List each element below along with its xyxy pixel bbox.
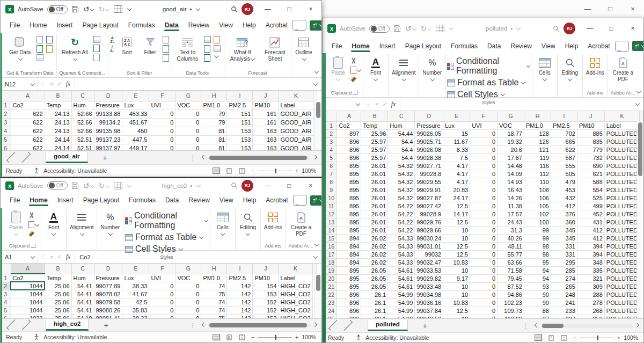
cells-button[interactable]: Cells — [534, 55, 555, 83]
cell[interactable]: 274 — [551, 274, 577, 282]
worksheet-grid[interactable]: ABCDEFGHIJK 1Co2TempHumPressureLuxUVIVOC… — [323, 111, 643, 318]
cell[interactable]: 54.61 — [388, 274, 415, 282]
cell[interactable]: 11.38 — [497, 202, 524, 210]
remove-duplicates-icon[interactable] — [214, 36, 220, 43]
cell[interactable]: 71.58 — [497, 266, 524, 274]
cell[interactable]: 40.26 — [497, 234, 524, 242]
page-break-view-icon[interactable] — [238, 167, 246, 174]
row-header-6[interactable]: 6 — [326, 162, 337, 170]
tab-page-layout[interactable]: Page Layout — [77, 19, 123, 32]
cell[interactable]: POLLUTED — [604, 202, 639, 210]
zoom-slider-thumb[interactable] — [275, 169, 276, 173]
cell[interactable]: 268 — [577, 306, 604, 315]
cell[interactable]: 90 — [524, 298, 551, 306]
search-icon[interactable] — [553, 25, 560, 32]
cell[interactable]: PM1.0 — [201, 101, 227, 110]
cell[interactable]: 505 — [551, 170, 577, 178]
cut-icon[interactable] — [28, 212, 35, 218]
cell[interactable]: 0 — [149, 314, 175, 318]
prev-sheet-icon[interactable] — [6, 152, 17, 163]
cell[interactable]: 895 — [337, 162, 361, 170]
create-pdf-button[interactable]: A Create a PDF — [288, 210, 314, 238]
cell[interactable]: 1023 — [11, 314, 45, 318]
cell[interactable]: 25.97 — [361, 145, 388, 154]
cell[interactable]: POLLUTED — [604, 234, 639, 242]
cancel-icon[interactable]: × — [50, 254, 53, 260]
minimize-button[interactable]: — — [576, 5, 599, 13]
cell[interactable]: 99078.02 — [94, 290, 122, 298]
existing-connections-icon[interactable] — [46, 45, 53, 53]
sort-descending-icon[interactable]: ZA↓ — [110, 45, 115, 53]
editing-button[interactable]: Editing — [237, 210, 259, 238]
cell[interactable]: POLLUTED — [604, 298, 639, 306]
cell[interactable]: 102.23 — [497, 298, 524, 306]
conditional-formatting-button[interactable]: Conditional Formatting — [125, 211, 208, 230]
edit-links-icon[interactable] — [93, 54, 100, 61]
cell[interactable]: 24.13 — [45, 110, 71, 118]
scroll-right-icon[interactable] — [313, 322, 317, 326]
cell[interactable]: 20.6 — [497, 145, 524, 154]
cell[interactable]: 0 — [470, 137, 497, 145]
scrollbar-thumb[interactable] — [209, 156, 307, 160]
cell[interactable]: 99079.58 — [94, 298, 122, 306]
tab-page-layout[interactable]: Page Layout — [400, 40, 446, 53]
cell[interactable]: 142 — [227, 282, 253, 290]
cell[interactable]: 52.66 — [71, 110, 94, 118]
cell[interactable]: POLLUTED — [604, 178, 639, 186]
row-header-25[interactable]: 25 — [326, 315, 337, 318]
cell[interactable]: POLLUTED — [604, 186, 639, 194]
cell[interactable]: 87.52 — [497, 282, 524, 290]
cell[interactable]: 0 — [149, 306, 175, 314]
cell[interactable]: 0 — [470, 282, 497, 290]
cell[interactable]: 10.83 — [443, 258, 470, 266]
clipboard-dialog-launcher-icon[interactable] — [31, 244, 35, 248]
cell[interactable]: 38.33 — [122, 314, 149, 318]
cell[interactable]: 587 — [551, 154, 577, 162]
cell[interactable]: POLLUTED — [604, 258, 639, 266]
cell[interactable]: 896 — [337, 290, 361, 298]
cell[interactable]: 14.17 — [443, 210, 470, 218]
autosave-toggle[interactable]: Off — [369, 25, 390, 33]
cell[interactable]: 54.32 — [388, 162, 415, 170]
cell[interactable]: 895 — [337, 274, 361, 282]
redo-icon[interactable]: ↻ — [99, 5, 110, 13]
sheet-tab-good-air[interactable]: good_air — [46, 152, 88, 163]
cell[interactable]: 588 — [577, 178, 604, 186]
cell[interactable]: 14.93 — [497, 178, 524, 186]
column-header-H[interactable]: H — [201, 91, 227, 101]
cell[interactable]: POLLUTED — [604, 162, 639, 170]
cell[interactable]: 74 — [201, 298, 227, 306]
cell[interactable]: 99027.87 — [415, 194, 443, 202]
font-button[interactable]: A Font — [43, 210, 64, 238]
cell[interactable]: Hum — [71, 274, 94, 282]
zoom-out-icon[interactable]: − — [251, 334, 254, 340]
cell[interactable]: 348 — [577, 258, 604, 266]
column-header-F[interactable]: F — [470, 111, 497, 121]
cell[interactable]: 295 — [551, 258, 577, 266]
cell[interactable]: 479 — [551, 178, 577, 186]
horizontal-scrollbar[interactable] — [541, 324, 632, 328]
column-header-E[interactable]: E — [443, 111, 470, 121]
cell[interactable]: 394 — [577, 250, 604, 258]
cell[interactable]: 54.4 — [388, 145, 415, 154]
qat-customize-icon[interactable] — [127, 6, 131, 11]
cell[interactable]: 24.43 — [497, 218, 524, 226]
cell[interactable]: Lux — [122, 101, 149, 110]
font-button[interactable]: A Font — [365, 55, 386, 83]
expand-formula-bar-icon[interactable] — [313, 81, 318, 85]
prev-sheet-icon[interactable] — [6, 319, 17, 330]
cell[interactable]: 0 — [149, 135, 175, 144]
maximize-button[interactable]: □ — [279, 1, 300, 18]
column-header-F[interactable]: F — [149, 264, 175, 274]
cell[interactable]: 99037.84 — [415, 306, 443, 315]
zoom-slider[interactable] — [258, 171, 292, 171]
cell[interactable]: 0 — [175, 144, 201, 150]
cell[interactable]: 248 — [551, 290, 577, 298]
alignment-button[interactable]: Alignment — [68, 210, 95, 238]
cell[interactable]: 54.33 — [388, 242, 415, 250]
cell[interactable]: 142 — [227, 298, 253, 306]
page-break-view-icon[interactable] — [560, 334, 568, 341]
cell[interactable]: 896 — [337, 315, 361, 318]
cell[interactable]: POLLUTED — [604, 154, 639, 162]
tab-review[interactable]: Review — [184, 19, 214, 32]
